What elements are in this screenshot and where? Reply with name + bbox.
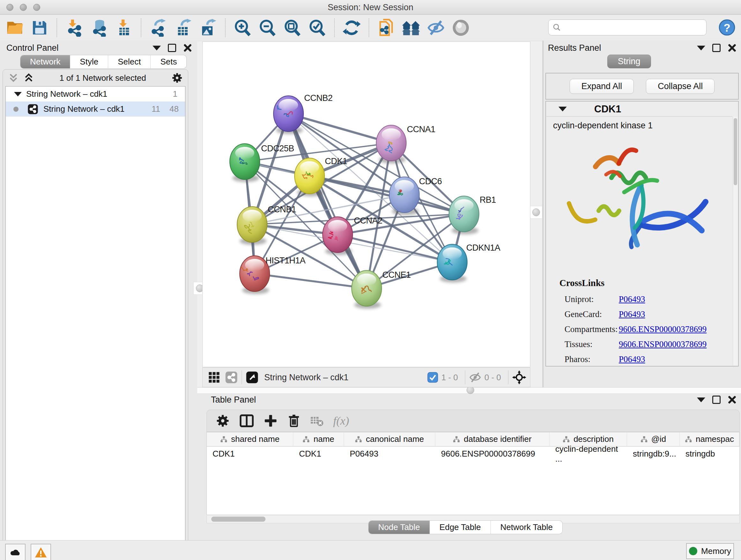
network-node-cdk1[interactable] bbox=[294, 158, 325, 196]
network-node-cdc25b[interactable] bbox=[230, 144, 260, 182]
import-network-file-icon[interactable] bbox=[64, 17, 84, 38]
export-image-icon[interactable] bbox=[198, 17, 218, 38]
birdseye-view-icon[interactable] bbox=[246, 371, 259, 384]
first-neighbors-icon[interactable] bbox=[401, 17, 421, 38]
network-node-ccna2[interactable] bbox=[323, 217, 353, 255]
network-node-ccne1[interactable] bbox=[352, 270, 382, 309]
hide-selected-icon[interactable] bbox=[426, 17, 446, 38]
tab-edge-table[interactable]: Edge Table bbox=[430, 521, 491, 534]
table-cell[interactable]: P06493 bbox=[344, 447, 435, 461]
table-settings-gear-icon[interactable] bbox=[216, 414, 230, 428]
share-view-icon[interactable] bbox=[225, 371, 238, 384]
column-header[interactable]: @id bbox=[627, 432, 680, 446]
collapse-section-icon[interactable] bbox=[558, 107, 567, 111]
help-icon[interactable]: ? bbox=[719, 19, 735, 36]
column-header[interactable]: shared name bbox=[207, 432, 293, 446]
network-node-cdc6[interactable] bbox=[389, 177, 419, 215]
tab-string[interactable]: String bbox=[607, 55, 651, 68]
close-panel-icon[interactable] bbox=[728, 395, 736, 404]
window-title: Session: New Session bbox=[0, 3, 741, 12]
column-header[interactable]: name bbox=[293, 432, 344, 446]
show-columns-icon[interactable] bbox=[239, 414, 254, 428]
selected-checkbox-icon[interactable] bbox=[427, 372, 438, 383]
network-node-rb1[interactable] bbox=[449, 196, 479, 234]
network-node-ccna1[interactable] bbox=[376, 125, 406, 164]
column-header[interactable]: namespac bbox=[680, 432, 739, 446]
close-panel-icon[interactable] bbox=[728, 44, 736, 52]
protein-structure-image bbox=[556, 135, 722, 272]
column-header[interactable]: database identifier bbox=[435, 432, 549, 446]
import-network-database-icon[interactable] bbox=[89, 17, 109, 38]
tab-select[interactable]: Select bbox=[108, 55, 151, 68]
gene-section-header[interactable]: CDK1 bbox=[546, 102, 732, 117]
network-node-cdkn1a[interactable] bbox=[437, 244, 467, 283]
cloud-button[interactable] bbox=[5, 544, 25, 560]
delete-column-icon[interactable] bbox=[287, 414, 300, 428]
node-table: shared namenamecanonical namedatabase id… bbox=[206, 432, 740, 515]
panel-menu-icon[interactable] bbox=[697, 397, 705, 402]
network-node-ccnb2[interactable] bbox=[273, 96, 304, 134]
network-edge[interactable] bbox=[255, 273, 367, 288]
show-all-icon[interactable] bbox=[451, 17, 471, 38]
warning-button[interactable] bbox=[30, 544, 51, 560]
float-panel-icon[interactable] bbox=[168, 44, 176, 52]
table-cell[interactable]: CDK1 bbox=[207, 447, 293, 461]
crosslink-link[interactable]: P06493 bbox=[619, 294, 645, 304]
new-network-from-selection-icon[interactable] bbox=[376, 17, 396, 38]
panel-menu-icon[interactable] bbox=[697, 46, 705, 51]
float-panel-icon[interactable] bbox=[712, 395, 721, 404]
save-session-icon[interactable] bbox=[29, 17, 50, 38]
pan-crosshair-icon[interactable] bbox=[512, 370, 526, 384]
export-table-icon[interactable] bbox=[173, 17, 193, 38]
crosslink-link[interactable]: P06493 bbox=[619, 309, 645, 319]
zoom-out-icon[interactable] bbox=[257, 17, 278, 38]
right-splitter-handle[interactable] bbox=[530, 206, 542, 219]
search-input[interactable] bbox=[561, 23, 698, 33]
export-network-icon[interactable] bbox=[148, 17, 169, 38]
column-type-icon bbox=[355, 436, 362, 443]
memory-button[interactable]: Memory bbox=[686, 543, 734, 559]
tab-node-table[interactable]: Node Table bbox=[368, 521, 430, 534]
tree-collapse-icon[interactable] bbox=[14, 92, 22, 97]
tab-network[interactable]: Network bbox=[20, 55, 70, 68]
network-node-ccnb1[interactable] bbox=[237, 206, 267, 245]
results-scrollbar[interactable] bbox=[733, 117, 738, 366]
crosslink-link[interactable]: 9606.ENSP00000378699 bbox=[619, 339, 706, 349]
tab-network-table[interactable]: Network Table bbox=[491, 521, 562, 534]
results-scrollbar-thumb[interactable] bbox=[734, 118, 737, 185]
tab-sets[interactable]: Sets bbox=[151, 55, 186, 68]
panel-menu-icon[interactable] bbox=[152, 46, 161, 51]
table-cell[interactable]: stringdb bbox=[680, 447, 739, 461]
zoom-selected-icon[interactable] bbox=[307, 17, 327, 38]
table-cell[interactable]: cyclin-dependent ... bbox=[549, 447, 627, 461]
network-node-hist1h1a[interactable] bbox=[240, 256, 270, 294]
table-hscrollbar-thumb[interactable] bbox=[211, 516, 266, 522]
expand-all-button[interactable]: Expand All bbox=[569, 79, 634, 94]
collapse-all-icon[interactable] bbox=[8, 72, 19, 83]
table-cell[interactable]: CDK1 bbox=[293, 447, 344, 461]
zoom-in-icon[interactable] bbox=[232, 17, 253, 38]
network-collection-row[interactable]: String Network – cdk1 1 bbox=[6, 86, 185, 102]
table-row[interactable]: CDK1CDK1P064939606.ENSP00000378699cyclin… bbox=[207, 447, 739, 461]
import-table-file-icon[interactable] bbox=[114, 17, 134, 38]
crosslink-link[interactable]: 9606.ENSP00000378699 bbox=[619, 324, 706, 334]
network-edge[interactable] bbox=[288, 114, 391, 143]
network-row[interactable]: String Network – cdk1 11 48 bbox=[6, 102, 185, 117]
zoom-fit-icon[interactable] bbox=[282, 17, 302, 38]
gear-icon[interactable] bbox=[172, 72, 183, 84]
float-panel-icon[interactable] bbox=[712, 44, 721, 52]
refresh-layout-icon[interactable] bbox=[341, 17, 362, 38]
left-splitter[interactable] bbox=[197, 42, 202, 387]
network-canvas[interactable]: CCNB2CCNA1CDC25BCDK1CDC6RB1CCNB1CCNA2CDK… bbox=[202, 42, 530, 367]
table-cell[interactable]: 9606.ENSP00000378699 bbox=[435, 447, 549, 461]
column-header[interactable]: canonical name bbox=[344, 432, 435, 446]
expand-all-icon[interactable] bbox=[23, 72, 34, 83]
open-session-icon[interactable] bbox=[4, 17, 25, 38]
close-panel-icon[interactable] bbox=[183, 44, 192, 52]
collapse-all-button[interactable]: Collapse All bbox=[646, 79, 715, 94]
tab-style[interactable]: Style bbox=[70, 55, 108, 68]
table-cell[interactable]: stringdb:9... bbox=[627, 447, 680, 461]
crosslink-link[interactable]: P06493 bbox=[619, 354, 645, 364]
grid-view-icon[interactable] bbox=[208, 371, 220, 384]
create-column-icon[interactable] bbox=[264, 414, 278, 428]
